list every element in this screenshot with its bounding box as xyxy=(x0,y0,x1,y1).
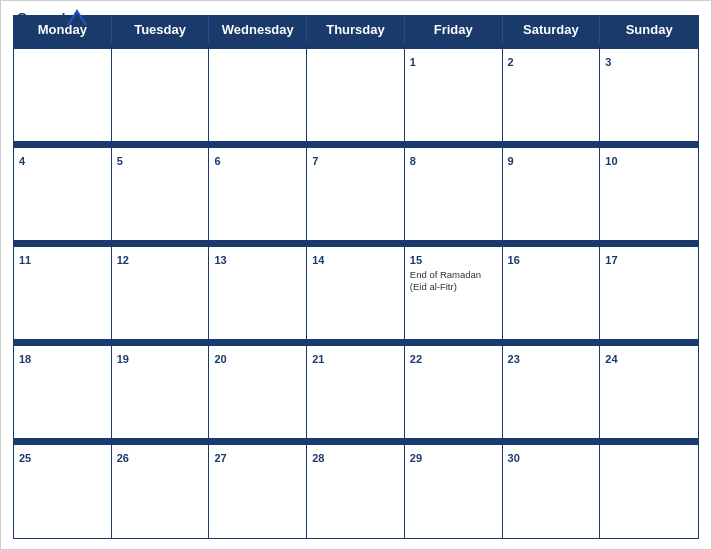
day-cell xyxy=(600,445,698,538)
day-cell: 2 xyxy=(503,49,601,141)
day-cell: 30 xyxy=(503,445,601,538)
day-cell: 9 xyxy=(503,148,601,240)
day-cell: 26 xyxy=(112,445,210,538)
day-cell: 8 xyxy=(405,148,503,240)
cell-number: 20 xyxy=(214,353,226,365)
cell-number: 25 xyxy=(19,452,31,464)
cell-number: 27 xyxy=(214,452,226,464)
day-cell: 10 xyxy=(600,148,698,240)
day-cell: 13 xyxy=(209,247,307,339)
logo-general: General xyxy=(17,10,65,25)
calendar: General MondayTuesdayWednesdayThursdayFr… xyxy=(0,0,712,550)
day-cell: 22 xyxy=(405,346,503,438)
cell-number: 18 xyxy=(19,353,31,365)
day-cell: 6 xyxy=(209,148,307,240)
calendar-body: 123456789101112131415End of Ramadan (Eid… xyxy=(13,43,699,539)
day-cell: 17 xyxy=(600,247,698,339)
week-1: 45678910 xyxy=(14,142,698,241)
cell-number: 17 xyxy=(605,254,617,266)
week-0: 123 xyxy=(14,43,698,142)
cell-number: 10 xyxy=(605,155,617,167)
cell-number: 11 xyxy=(19,254,31,266)
week-2: 1112131415End of Ramadan (Eid al-Fitr)16… xyxy=(14,241,698,340)
day-cell: 5 xyxy=(112,148,210,240)
day-cell: 18 xyxy=(14,346,112,438)
week-cells-2: 1112131415End of Ramadan (Eid al-Fitr)16… xyxy=(14,247,698,340)
day-cell: 3 xyxy=(600,49,698,141)
day-cell: 21 xyxy=(307,346,405,438)
day-cell: 1 xyxy=(405,49,503,141)
week-cells-3: 18192021222324 xyxy=(14,346,698,439)
day-cell: 11 xyxy=(14,247,112,339)
day-cell: 16 xyxy=(503,247,601,339)
day-cell xyxy=(14,49,112,141)
cell-event: End of Ramadan (Eid al-Fitr) xyxy=(410,269,497,294)
day-header-tuesday: Tuesday xyxy=(112,16,210,43)
cell-number: 28 xyxy=(312,452,324,464)
cell-number: 23 xyxy=(508,353,520,365)
cell-number: 21 xyxy=(312,353,324,365)
day-cell: 29 xyxy=(405,445,503,538)
cell-number: 4 xyxy=(19,155,25,167)
cell-number: 29 xyxy=(410,452,422,464)
day-headers: MondayTuesdayWednesdayThursdayFridaySatu… xyxy=(14,16,698,43)
day-cell: 20 xyxy=(209,346,307,438)
week-3: 18192021222324 xyxy=(14,340,698,439)
cell-number: 24 xyxy=(605,353,617,365)
cell-number: 16 xyxy=(508,254,520,266)
day-cell: 27 xyxy=(209,445,307,538)
day-cell: 15End of Ramadan (Eid al-Fitr) xyxy=(405,247,503,339)
cell-number: 2 xyxy=(508,56,514,68)
day-cell: 12 xyxy=(112,247,210,339)
cell-number: 12 xyxy=(117,254,129,266)
cell-number: 22 xyxy=(410,353,422,365)
cell-number: 15 xyxy=(410,254,422,266)
day-cell: 24 xyxy=(600,346,698,438)
week-cells-4: 252627282930 xyxy=(14,445,698,538)
week-4: 252627282930 xyxy=(14,439,698,538)
cell-number: 6 xyxy=(214,155,220,167)
day-header-wednesday: Wednesday xyxy=(209,16,307,43)
day-cell: 23 xyxy=(503,346,601,438)
day-cell xyxy=(209,49,307,141)
calendar-header: General xyxy=(1,1,711,15)
cell-number: 26 xyxy=(117,452,129,464)
cell-number: 3 xyxy=(605,56,611,68)
day-cell: 7 xyxy=(307,148,405,240)
cell-number: 7 xyxy=(312,155,318,167)
day-cell xyxy=(112,49,210,141)
day-cell: 28 xyxy=(307,445,405,538)
day-header-thursday: Thursday xyxy=(307,16,405,43)
logo-icon xyxy=(67,9,87,25)
cell-number: 13 xyxy=(214,254,226,266)
day-cell: 4 xyxy=(14,148,112,240)
day-header-saturday: Saturday xyxy=(503,16,601,43)
cell-number: 30 xyxy=(508,452,520,464)
day-cell xyxy=(307,49,405,141)
cell-number: 1 xyxy=(410,56,416,68)
day-cell: 19 xyxy=(112,346,210,438)
day-header-sunday: Sunday xyxy=(600,16,698,43)
week-cells-1: 45678910 xyxy=(14,148,698,241)
cell-number: 14 xyxy=(312,254,324,266)
day-header-friday: Friday xyxy=(405,16,503,43)
cell-number: 9 xyxy=(508,155,514,167)
day-cell: 14 xyxy=(307,247,405,339)
cell-number: 8 xyxy=(410,155,416,167)
logo: General xyxy=(17,9,87,25)
cell-number: 5 xyxy=(117,155,123,167)
week-cells-0: 123 xyxy=(14,49,698,142)
day-cell: 25 xyxy=(14,445,112,538)
cell-number: 19 xyxy=(117,353,129,365)
